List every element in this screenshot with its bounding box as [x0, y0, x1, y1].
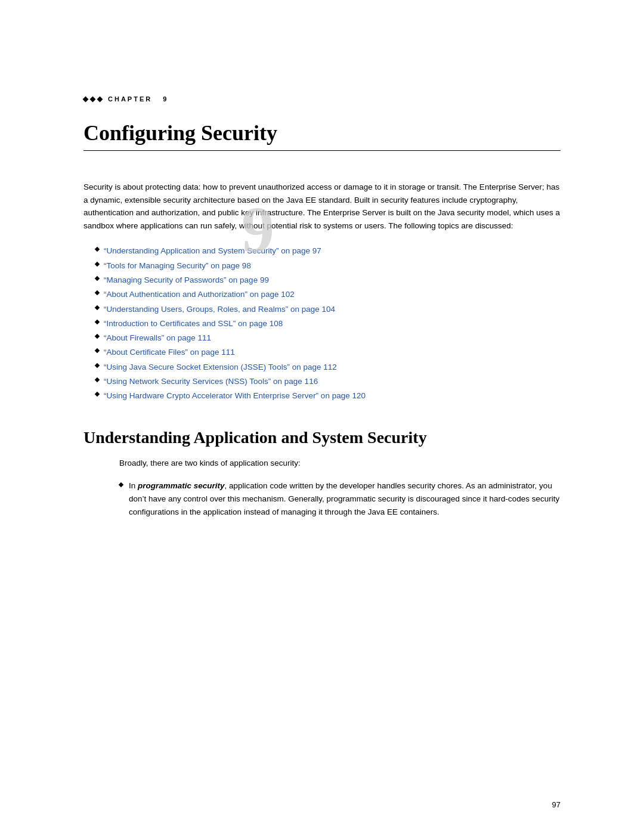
toc-link[interactable]: “Understanding Application and System Se… — [104, 244, 321, 258]
italic-bold-text: programmatic security — [138, 481, 225, 490]
bullet-icon — [95, 261, 100, 266]
section1-heading: Understanding Application and System Sec… — [83, 428, 561, 448]
bullet-icon — [95, 320, 100, 324]
bullet-icon — [95, 290, 100, 295]
list-item: “About Firewalls” on page 111 — [95, 331, 561, 345]
bullet-icon — [95, 247, 100, 252]
intro-paragraph: Security is about protecting data: how t… — [83, 181, 561, 232]
toc-link[interactable]: “About Certificate Files” on page 111 — [104, 345, 235, 360]
chapter-number-bg: 9 — [242, 197, 274, 262]
list-item: “About Certificate Files” on page 111 — [95, 345, 561, 360]
section1-intro: Broadly, there are two kinds of applicat… — [119, 457, 561, 470]
diamond-3 — [97, 96, 103, 102]
page-number: 97 — [552, 800, 561, 809]
list-item: “Understanding Users, Groups, Roles, and… — [95, 302, 561, 317]
bullet-icon — [119, 482, 123, 487]
list-item: “Using Network Security Services (NSS) T… — [95, 374, 561, 389]
toc-link[interactable]: “Using Java Secure Socket Extension (JSS… — [104, 360, 337, 374]
bullet-icon — [95, 377, 100, 382]
chapter-label: CHAPTER 9 — [108, 95, 168, 103]
toc-link[interactable]: “Using Network Security Services (NSS) T… — [104, 374, 318, 389]
toc-list: “Understanding Application and System Se… — [95, 244, 561, 403]
toc-link[interactable]: “Using Hardware Crypto Accelerator With … — [104, 389, 366, 403]
section1-body-list: In programmatic security, application co… — [119, 479, 561, 519]
toc-link[interactable]: “Managing Security of Passwords” on page… — [104, 273, 269, 287]
toc-link[interactable]: “Tools for Managing Security” on page 98 — [104, 259, 251, 273]
bullet-icon — [95, 363, 100, 368]
toc-link[interactable]: “Introduction to Certificates and SSL” o… — [104, 317, 283, 331]
list-item-text: In programmatic security, application co… — [129, 479, 561, 519]
list-item: “Tools for Managing Security” on page 98 — [95, 259, 561, 273]
chapter-header: 9 CHAPTER 9 Configuring Security — [83, 95, 561, 151]
list-item: In programmatic security, application co… — [119, 479, 561, 519]
chapter-diamonds — [83, 97, 102, 101]
chapter-label-row: CHAPTER 9 — [83, 95, 561, 103]
bullet-icon — [95, 348, 100, 353]
chapter-title: Configuring Security — [83, 120, 561, 145]
list-item: “About Authentication and Authorization”… — [95, 287, 561, 302]
bullet-icon — [95, 334, 100, 339]
bullet-icon — [95, 305, 100, 309]
toc-link[interactable]: “About Authentication and Authorization”… — [104, 287, 295, 302]
list-item: “Introduction to Certificates and SSL” o… — [95, 317, 561, 331]
diamond-2 — [90, 96, 96, 102]
toc-link[interactable]: “Understanding Users, Groups, Roles, and… — [104, 302, 335, 317]
diamond-1 — [83, 96, 89, 102]
list-item: “Understanding Application and System Se… — [95, 244, 561, 258]
bullet-icon — [95, 392, 100, 397]
toc-link[interactable]: “About Firewalls” on page 111 — [104, 331, 211, 345]
list-item: “Managing Security of Passwords” on page… — [95, 273, 561, 287]
chapter-divider — [83, 150, 561, 151]
list-item: “Using Hardware Crypto Accelerator With … — [95, 389, 561, 403]
list-item: “Using Java Secure Socket Extension (JSS… — [95, 360, 561, 374]
bullet-icon — [95, 276, 100, 281]
page: 9 CHAPTER 9 Configuring Security Securit… — [0, 0, 644, 833]
